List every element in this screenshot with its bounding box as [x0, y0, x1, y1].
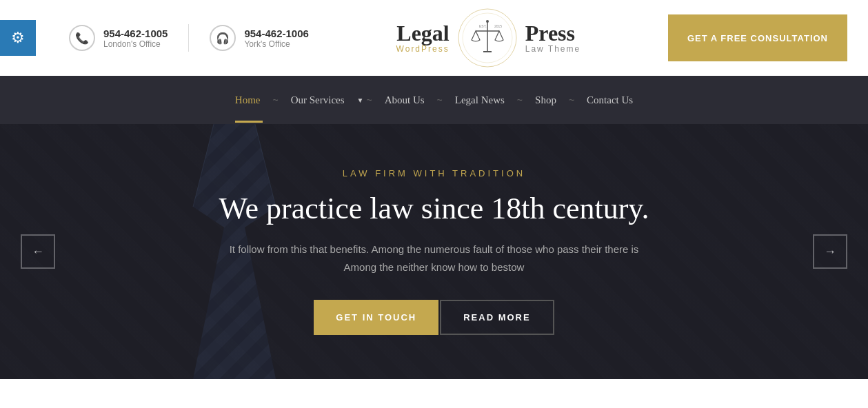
- contact-info: 📞 954-462-1005 London's Office 🎧 954-462…: [69, 24, 309, 52]
- logo-press-text: Press: [525, 22, 581, 44]
- top-bar: ⚙ 📞 954-462-1005 London's Office 🎧 954-4…: [0, 0, 868, 76]
- svg-text:2015: 2015: [494, 24, 502, 28]
- nav-link-news[interactable]: Legal News: [445, 79, 514, 121]
- divider: [188, 24, 189, 52]
- nav-separator-2: ~: [364, 94, 375, 105]
- hero-content: LAW FIRM WITH TRADITION We practice law …: [205, 141, 663, 363]
- hero-buttons: GET IN TOUCH READ MORE: [219, 300, 649, 335]
- nav-item-home: Home: [225, 79, 270, 121]
- settings-button[interactable]: ⚙: [0, 20, 36, 56]
- contact-item-york: 🎧 954-462-1006 York's Office: [210, 25, 308, 51]
- navigation: Home ~ Our Services ▼ ~ About Us ~ Legal…: [0, 76, 868, 124]
- get-in-touch-button[interactable]: GET IN TOUCH: [314, 300, 438, 335]
- right-arrow-icon: →: [824, 245, 836, 259]
- nav-separator-1: ~: [270, 94, 281, 105]
- nav-item-contact: Contact Us: [577, 79, 643, 121]
- nav-item-shop: Shop: [525, 79, 566, 121]
- headset-icon: 🎧: [210, 25, 236, 51]
- london-office: London's Office: [103, 39, 168, 49]
- york-phone: 954-462-1006: [244, 28, 308, 39]
- hero-next-button[interactable]: →: [813, 234, 847, 269]
- contact-item-london: 📞 954-462-1005 London's Office: [69, 25, 168, 51]
- logo-emblem: EST. 2015: [456, 7, 518, 69]
- hero-section: ← LAW FIRM WITH TRADITION We practice la…: [0, 124, 868, 379]
- nav-link-home[interactable]: Home: [225, 79, 270, 121]
- nav-link-about[interactable]: About Us: [375, 79, 434, 121]
- settings-icon: ⚙: [11, 29, 25, 47]
- read-more-button[interactable]: READ MORE: [440, 300, 554, 335]
- hero-prev-button[interactable]: ←: [21, 234, 55, 269]
- hero-desc-line1: It follow from this that benefits. Among…: [230, 243, 639, 255]
- nav-separator-3: ~: [434, 94, 445, 105]
- logo-wordpress-text: WordPress: [396, 44, 450, 54]
- nav-link-contact[interactable]: Contact Us: [577, 79, 643, 121]
- nav-item-services: Our Services ▼: [281, 79, 364, 121]
- hero-title: We practice law since 18th century.: [219, 191, 649, 227]
- nav-items: Home ~ Our Services ▼ ~ About Us ~ Legal…: [55, 79, 813, 121]
- nav-active-indicator: [235, 121, 263, 123]
- svg-point-4: [486, 20, 489, 23]
- nav-link-shop[interactable]: Shop: [525, 79, 566, 121]
- hero-description: It follow from this that benefits. Among…: [219, 241, 649, 276]
- nav-item-news: Legal News: [445, 79, 514, 121]
- logo[interactable]: Legal WordPress EST. 2015: [309, 7, 668, 69]
- cta-button[interactable]: GET A FREE CONSULTATION: [668, 14, 847, 61]
- nav-link-services[interactable]: Our Services: [281, 79, 354, 121]
- phone-icon: 📞: [69, 25, 95, 51]
- hero-subtitle: LAW FIRM WITH TRADITION: [219, 168, 649, 178]
- nav-separator-4: ~: [514, 94, 525, 105]
- nav-item-about: About Us: [375, 79, 434, 121]
- logo-legal-text: Legal: [396, 22, 450, 44]
- london-phone: 954-462-1005: [103, 28, 168, 39]
- hero-desc-line2: Among the neither know how to bestow: [344, 261, 525, 273]
- york-office: York's Office: [244, 39, 308, 49]
- left-arrow-icon: ←: [32, 245, 44, 259]
- svg-text:EST.: EST.: [479, 24, 487, 28]
- nav-separator-5: ~: [566, 94, 577, 105]
- dropdown-icon: ▼: [357, 96, 364, 104]
- logo-law-text: Law Theme: [525, 44, 581, 54]
